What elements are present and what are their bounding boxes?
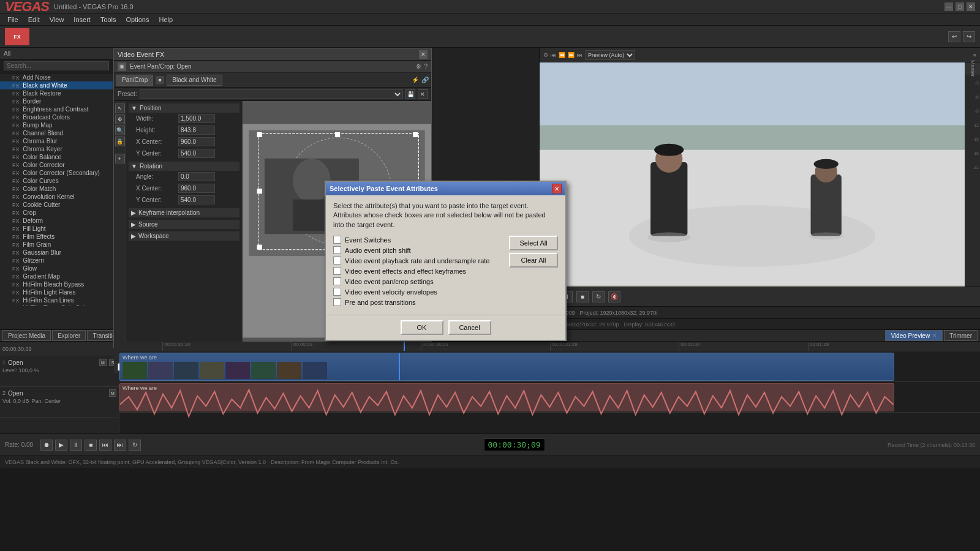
- label-audio-pitch: Audio event pitch shift: [345, 247, 411, 254]
- dialog-item-1: Audio event pitch shift: [333, 246, 498, 254]
- clear-all-btn[interactable]: Clear All: [509, 253, 558, 268]
- dialog-item-5: Video event velocity envelopes: [333, 288, 498, 296]
- checkbox-audio-pitch[interactable]: [333, 246, 341, 254]
- checkbox-video-pancrop[interactable]: [333, 277, 341, 285]
- label-event-switches: Event Switches: [345, 236, 391, 244]
- checkbox-event-switches[interactable]: [333, 236, 341, 244]
- checkbox-transitions[interactable]: [333, 298, 341, 306]
- dialog-item-3: Video event effects and effect keyframes: [333, 267, 498, 275]
- label-video-pancrop: Video event pan/crop settings: [345, 278, 434, 285]
- checkbox-velocity[interactable]: [333, 288, 341, 296]
- select-all-btn[interactable]: Select All: [509, 236, 558, 250]
- label-video-playback: Video event playback rate and undersampl…: [345, 257, 489, 264]
- dialog-items: Event Switches Audio event pitch shift V…: [333, 236, 498, 309]
- dialog-overlay: Selectively Paste Event Attributes ✕ Sel…: [0, 0, 980, 551]
- dialog-item-0: Event Switches: [333, 236, 498, 244]
- label-video-effects: Video event effects and effect keyframes: [345, 268, 466, 275]
- selectively-paste-dialog: Selectively Paste Event Attributes ✕ Sel…: [325, 181, 567, 341]
- dialog-item-4: Video event pan/crop settings: [333, 277, 498, 285]
- dialog-side-buttons: Select All Clear All: [503, 236, 558, 309]
- cancel-btn[interactable]: Cancel: [448, 320, 491, 335]
- checkbox-video-effects[interactable]: [333, 267, 341, 275]
- dialog-body: Select the attribute(s) that you want to…: [326, 195, 565, 315]
- label-velocity: Video event velocity envelopes: [345, 288, 437, 296]
- dialog-item-6: Pre and post transitions: [333, 298, 498, 306]
- dialog-title: Selectively Paste Event Attributes: [330, 185, 438, 192]
- dialog-close-btn[interactable]: ✕: [552, 184, 562, 193]
- label-transitions: Pre and post transitions: [345, 299, 416, 306]
- dialog-content: Event Switches Audio event pitch shift V…: [333, 236, 558, 309]
- dialog-footer: OK Cancel: [326, 315, 565, 340]
- ok-btn[interactable]: OK: [401, 320, 443, 335]
- dialog-description: Select the attribute(s) that you want to…: [333, 201, 558, 230]
- dialog-item-2: Video event playback rate and undersampl…: [333, 257, 498, 264]
- checkbox-video-playback[interactable]: [333, 257, 341, 264]
- dialog-titlebar: Selectively Paste Event Attributes ✕: [326, 182, 565, 195]
